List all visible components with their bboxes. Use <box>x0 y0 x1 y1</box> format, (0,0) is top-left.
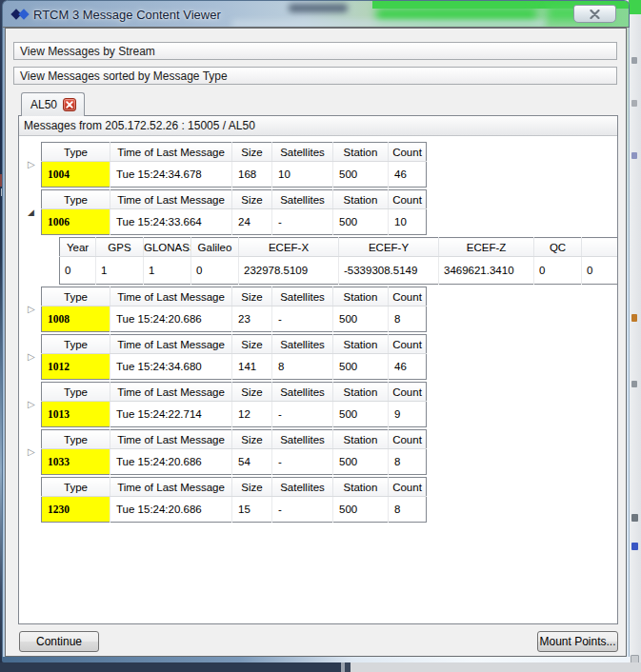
column-header[interactable]: Size <box>232 143 272 162</box>
column-header[interactable]: Satellites <box>272 190 333 209</box>
message-type-cell[interactable]: 1012 <box>42 354 110 380</box>
value-cell[interactable]: 10 <box>389 209 427 235</box>
value-cell[interactable]: 46 <box>389 354 427 380</box>
value-cell[interactable]: - <box>272 497 333 523</box>
value-cell[interactable]: 232978.5109 <box>239 257 339 285</box>
column-header[interactable]: Satellites <box>272 383 333 402</box>
column-header[interactable] <box>582 238 618 257</box>
value-cell[interactable]: 12 <box>232 402 272 427</box>
column-header[interactable]: Type <box>42 335 110 354</box>
column-header[interactable]: ECEF-Y <box>339 238 439 257</box>
column-header[interactable]: Time of Last Message <box>110 478 232 497</box>
tab-close-icon[interactable] <box>63 98 76 111</box>
value-cell[interactable]: 46 <box>389 162 427 188</box>
close-button[interactable] <box>573 5 616 23</box>
column-header[interactable]: Station <box>333 478 389 497</box>
expander-collapsed-icon[interactable]: ▷ <box>28 352 39 362</box>
column-header[interactable]: Satellites <box>272 430 333 449</box>
message-type-cell[interactable]: 1004 <box>42 162 110 188</box>
column-header[interactable]: QC <box>534 238 582 257</box>
value-cell[interactable]: 500 <box>333 209 389 235</box>
value-cell[interactable]: Tue 15:24:34.678 <box>110 162 232 188</box>
column-header[interactable]: Type <box>42 143 110 162</box>
message-type-cell[interactable]: 1006 <box>42 209 110 235</box>
column-header[interactable]: Time of Last Message <box>110 143 232 162</box>
column-header[interactable]: Type <box>42 430 110 449</box>
expander-collapsed-icon[interactable]: ▷ <box>28 305 39 314</box>
expander-collapsed-icon[interactable]: ▷ <box>28 400 39 409</box>
value-cell[interactable]: 9 <box>389 402 427 427</box>
value-cell[interactable]: Tue 15:24:33.664 <box>110 209 232 235</box>
column-header[interactable]: Time of Last Message <box>110 430 232 449</box>
column-header[interactable]: Station <box>333 143 389 162</box>
column-header[interactable]: Satellites <box>272 287 333 306</box>
value-cell[interactable]: 0 <box>191 257 239 285</box>
column-header[interactable]: Year <box>60 238 96 257</box>
value-cell[interactable]: Tue 15:24:20.686 <box>110 449 232 475</box>
table-value-row[interactable]: 1006Tue 15:24:33.66424-50010 <box>42 209 427 235</box>
column-header[interactable]: GLONASS <box>144 238 191 257</box>
titlebar[interactable]: RTCM 3 Message Content Viewer <box>2 0 630 28</box>
column-header[interactable]: Station <box>333 430 389 449</box>
expander-collapsed-icon[interactable]: ▷ <box>28 160 39 169</box>
column-header[interactable]: Station <box>333 287 389 306</box>
value-cell[interactable]: - <box>272 209 333 235</box>
table-value-row[interactable]: 1012Tue 15:24:34.680141850046 <box>42 354 427 380</box>
value-cell[interactable]: 141 <box>232 354 272 380</box>
column-header[interactable]: Satellites <box>272 143 333 162</box>
expander-collapsed-icon[interactable]: ▷ <box>28 447 39 457</box>
value-cell[interactable]: 1 <box>144 257 191 285</box>
value-cell[interactable]: 0 <box>60 257 96 285</box>
column-header[interactable]: GPS <box>96 238 144 257</box>
message-type-cell[interactable]: 1033 <box>42 449 110 475</box>
expander-expanded-icon[interactable]: ◢ <box>28 208 39 217</box>
column-header[interactable]: Time of Last Message <box>110 335 232 354</box>
value-cell[interactable]: 500 <box>333 449 389 475</box>
column-header[interactable]: Size <box>232 478 272 497</box>
value-cell[interactable]: 168 <box>232 162 272 188</box>
column-header[interactable]: Time of Last Message <box>110 383 232 402</box>
value-cell[interactable]: 15 <box>232 497 272 523</box>
value-cell[interactable]: 1 <box>96 257 144 285</box>
value-cell[interactable]: 3469621.3410 <box>439 257 534 285</box>
value-cell[interactable]: 0 <box>534 257 582 285</box>
value-cell[interactable]: Tue 15:24:20.686 <box>110 306 232 332</box>
column-header[interactable]: Count <box>389 430 427 449</box>
message-type-cell[interactable]: 1230 <box>42 497 110 523</box>
value-cell[interactable]: 54 <box>232 449 272 475</box>
column-header[interactable]: Size <box>232 335 272 354</box>
column-header[interactable]: Count <box>389 478 427 497</box>
message-type-cell[interactable]: 1008 <box>42 306 110 332</box>
value-cell[interactable]: 500 <box>333 306 389 332</box>
column-header[interactable]: Size <box>232 287 272 306</box>
value-cell[interactable]: Tue 15:24:22.714 <box>110 402 232 427</box>
column-header[interactable]: Size <box>232 383 272 402</box>
column-header[interactable]: Count <box>389 143 427 162</box>
value-cell[interactable]: 23 <box>232 306 272 332</box>
value-cell[interactable]: Tue 15:24:20.686 <box>110 497 232 523</box>
column-header[interactable]: Count <box>389 383 427 402</box>
view-messages-by-stream-button[interactable]: View Messages by Stream <box>13 42 617 60</box>
value-cell[interactable]: Tue 15:24:34.680 <box>110 354 232 380</box>
column-header[interactable]: Satellites <box>272 478 333 497</box>
column-header[interactable]: Station <box>333 335 389 354</box>
column-header[interactable]: Type <box>42 190 110 209</box>
column-header[interactable]: Type <box>42 478 110 497</box>
column-header[interactable]: Count <box>389 190 427 209</box>
value-cell[interactable]: 500 <box>333 497 389 523</box>
value-cell[interactable]: 0 <box>582 257 618 285</box>
value-cell[interactable]: 8 <box>389 449 427 475</box>
column-header[interactable]: Satellites <box>272 335 333 354</box>
view-messages-by-type-button[interactable]: View Messages sorted by Message Type <box>13 67 617 85</box>
value-cell[interactable]: 8 <box>389 497 427 523</box>
column-header[interactable]: Count <box>389 335 427 354</box>
table-value-row[interactable]: 1013Tue 15:24:22.71412-5009 <box>42 402 427 427</box>
value-cell[interactable]: 500 <box>333 354 389 380</box>
column-header[interactable]: Time of Last Message <box>110 190 232 209</box>
column-header[interactable]: ECEF-X <box>239 238 339 257</box>
mount-points-button[interactable]: Mount Points... <box>537 631 618 652</box>
column-header[interactable]: Type <box>42 383 110 402</box>
value-cell[interactable]: 8 <box>272 354 333 380</box>
continue-button[interactable]: Continue <box>19 631 99 652</box>
column-header[interactable]: Size <box>232 430 272 449</box>
